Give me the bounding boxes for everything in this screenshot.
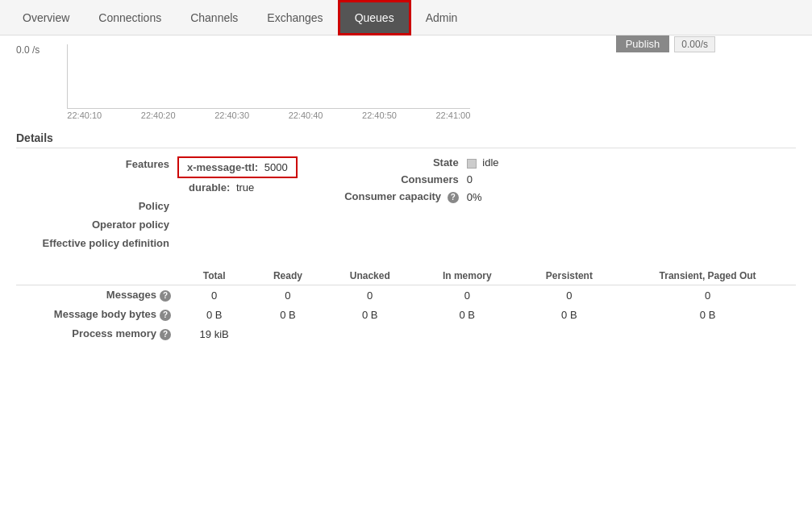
- feature-key: x-message-ttl:: [187, 161, 258, 173]
- stats-cell-2-5: [619, 324, 796, 344]
- stats-row-label-1: Message body bytes?: [16, 305, 177, 324]
- nav-channels[interactable]: Channels: [176, 0, 252, 35]
- chart-rate: 0.0 /s: [16, 44, 40, 56]
- stats-row-label-2: Process memory?: [16, 324, 177, 344]
- feature-val: 5000: [264, 161, 288, 173]
- stats-cell-2-4: [519, 324, 620, 344]
- operator-policy-row: Operator policy: [16, 217, 298, 231]
- state-indicator: [467, 159, 477, 169]
- stats-row-0: Messages?000000: [16, 285, 796, 306]
- consumers-row: Consumers 0: [338, 173, 499, 185]
- stats-cell-0-1: 0: [251, 285, 324, 306]
- col-header-transient: Transient, Paged Out: [619, 267, 796, 285]
- consumer-capacity-value: 0%: [467, 191, 482, 203]
- stats-cell-0-4: 0: [519, 285, 620, 306]
- timestamp-6: 22:41:00: [435, 110, 470, 120]
- stats-cell-0-0: 0: [177, 285, 251, 306]
- stats-cell-0-3: 0: [415, 285, 519, 306]
- features-value: x-message-ttl: 5000 durable: true: [177, 156, 298, 194]
- stats-cell-0-2: 0: [325, 285, 415, 306]
- stats-cell-1-1: 0 B: [251, 305, 324, 324]
- col-header-total: Total: [177, 267, 251, 285]
- policy-label: Policy: [16, 198, 177, 212]
- effective-policy-row: Effective policy definition: [16, 235, 298, 249]
- features-row: Features x-message-ttl: 5000 durable: tr…: [16, 156, 298, 194]
- stats-cell-1-5: 0 B: [619, 305, 796, 324]
- consumer-capacity-help[interactable]: ?: [448, 192, 459, 203]
- policy-row: Policy: [16, 198, 298, 212]
- consumer-capacity-label: Consumer capacity ?: [338, 190, 467, 203]
- stats-table: Total Ready Unacked In memory Persistent…: [16, 267, 796, 344]
- effective-policy-label: Effective policy definition: [16, 235, 177, 249]
- durable-val: true: [236, 181, 254, 194]
- stats-cell-2-1: [251, 324, 324, 344]
- timestamp-5: 22:40:50: [362, 110, 397, 120]
- stats-row-label-0: Messages?: [16, 285, 177, 306]
- stats-row-1: Message body bytes?0 B0 B0 B0 B0 B0 B: [16, 305, 796, 324]
- consumers-label: Consumers: [338, 173, 467, 185]
- stats-cell-0-5: 0: [619, 285, 796, 306]
- timestamp-1: 22:40:10: [67, 110, 102, 120]
- stats-help-1[interactable]: ?: [160, 310, 171, 321]
- state-label: State: [338, 156, 467, 169]
- nav-queues[interactable]: Queues: [338, 0, 411, 35]
- section-title: Details: [16, 131, 796, 148]
- nav-exchanges[interactable]: Exchanges: [252, 0, 337, 35]
- chart-timestamps: 22:40:10 22:40:20 22:40:30 22:40:40 22:4…: [67, 110, 470, 120]
- navbar: Overview Connections Channels Exchanges …: [0, 0, 812, 35]
- timestamp-2: 22:40:20: [141, 110, 176, 120]
- stats-cell-2-2: [325, 324, 415, 344]
- feature-box: x-message-ttl: 5000: [177, 156, 298, 178]
- state-text: idle: [482, 156, 498, 169]
- features-label: Features: [16, 156, 177, 170]
- timestamp-4: 22:40:40: [289, 110, 323, 120]
- col-header-persistent: Persistent: [519, 267, 620, 285]
- feature-durable-row: durable: true: [189, 181, 298, 194]
- publish-rate: 0.00/s: [674, 36, 715, 52]
- durable-key: durable:: [189, 181, 230, 194]
- left-details: Features x-message-ttl: 5000 durable: tr…: [16, 156, 298, 254]
- chart-area: 0.0 /s 22:40:10 22:40:20 22:40:30 22:40:…: [0, 35, 812, 123]
- col-header-unacked: Unacked: [325, 267, 415, 285]
- details-section: Details Features x-message-ttl: 5000 dur…: [0, 123, 812, 352]
- stats-cell-2-0: 19 kiB: [177, 324, 251, 344]
- stats-cell-1-3: 0 B: [415, 305, 519, 324]
- chart-box: [67, 44, 470, 109]
- consumer-capacity-row: Consumer capacity ? 0%: [338, 190, 499, 203]
- stats-header-row: Total Ready Unacked In memory Persistent…: [16, 267, 796, 285]
- col-header-ready: Ready: [251, 267, 324, 285]
- timestamp-3: 22:40:30: [214, 110, 249, 120]
- stats-row-2: Process memory?19 kiB: [16, 324, 796, 344]
- operator-policy-label: Operator policy: [16, 217, 177, 231]
- publish-button[interactable]: Publish: [616, 35, 670, 52]
- nav-admin[interactable]: Admin: [411, 0, 473, 35]
- stats-help-0[interactable]: ?: [160, 290, 171, 302]
- publish-overlay: Publish 0.00/s: [616, 35, 715, 52]
- consumers-value: 0: [467, 173, 473, 185]
- col-header-inmemory: In memory: [415, 267, 519, 285]
- stats-cell-1-4: 0 B: [519, 305, 620, 324]
- col-header-empty: [16, 267, 177, 285]
- stats-cell-1-0: 0 B: [177, 305, 251, 324]
- stats-cell-2-3: [415, 324, 519, 344]
- nav-overview[interactable]: Overview: [8, 0, 84, 35]
- stats-help-2[interactable]: ?: [160, 329, 171, 340]
- nav-connections[interactable]: Connections: [84, 0, 176, 35]
- stats-cell-1-2: 0 B: [325, 305, 415, 324]
- stats-section: Total Ready Unacked In memory Persistent…: [16, 267, 796, 344]
- right-details: State idle Consumers 0 Consumer capacity…: [322, 156, 499, 208]
- state-row: State idle: [338, 156, 499, 169]
- state-value: idle: [467, 156, 499, 169]
